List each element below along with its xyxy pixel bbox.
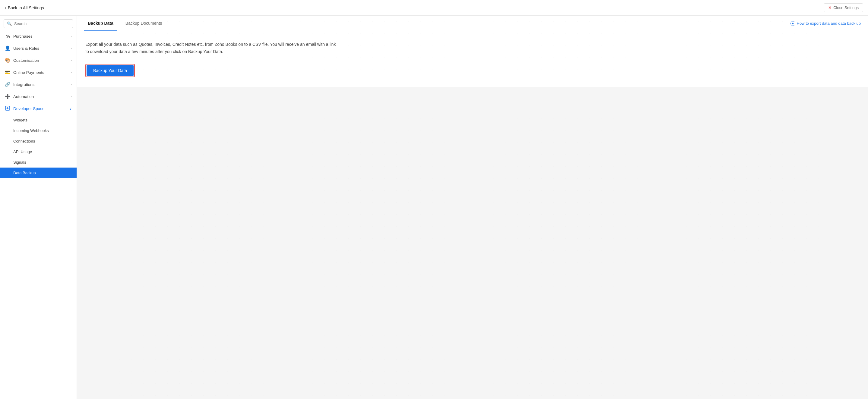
sidebar-item-purchases[interactable]: 🛍 Purchases › [0,30,76,42]
developer-space-icon [5,106,10,111]
developer-space-chevron-icon: ∨ [69,107,72,110]
close-x-icon: ✕ [828,5,832,10]
sidebar-item-integrations-label: Integrations [13,82,35,87]
back-to-settings-link[interactable]: ‹ Back to All Settings [5,5,44,10]
sidebar-sub-item-incoming-webhooks[interactable]: Incoming Webhooks [0,125,76,136]
backup-your-data-button[interactable]: Backup Your Data [87,65,134,76]
content-area: Export all your data such as Quotes, Inv… [77,31,348,87]
sidebar-item-integrations[interactable]: 🔗 Integrations › [0,78,76,91]
help-link-label: How to export data and data back up [797,21,861,26]
search-input[interactable] [14,22,70,26]
description-text: Export all your data such as Quotes, Inv… [85,41,340,56]
main-content: Backup Data Backup Documents ▶ How to ex… [77,16,868,87]
purchases-chevron-icon: › [70,35,72,38]
sidebar-item-users-roles-label: Users & Roles [13,46,39,51]
customisation-chevron-icon: › [70,59,72,62]
customisation-icon: 🎨 [5,58,10,63]
tab-backup-documents[interactable]: Backup Documents [122,16,165,31]
connections-label: Connections [13,139,35,143]
integrations-chevron-icon: › [70,82,72,86]
signals-label: Signals [13,160,26,165]
users-roles-icon: 👤 [5,45,10,51]
close-settings-button[interactable]: ✕ Close Settings [824,3,863,12]
tab-backup-data[interactable]: Backup Data [84,16,117,31]
search-input-wrap[interactable]: 🔍 [4,19,73,28]
online-payments-icon: 💳 [5,70,10,75]
play-icon: ▶ [790,21,795,26]
sidebar-item-online-payments[interactable]: 💳 Online Payments › [0,66,76,78]
automation-chevron-icon: › [70,95,72,98]
sidebar-item-developer-space[interactable]: Developer Space ∨ [0,102,76,115]
sidebar-item-developer-space-label: Developer Space [13,106,44,111]
purchases-icon: 🛍 [5,34,10,39]
backup-button-wrap: Backup Your Data [85,64,135,77]
tabs-bar: Backup Data Backup Documents ▶ How to ex… [77,16,868,31]
back-label: Back to All Settings [8,5,44,10]
tab-backup-data-label: Backup Data [88,21,114,26]
users-roles-chevron-icon: › [70,46,72,50]
top-bar: ‹ Back to All Settings ✕ Close Settings [0,0,868,16]
automation-icon: ➕ [5,94,10,99]
sidebar-item-online-payments-label: Online Payments [13,70,44,75]
api-usage-label: API Usage [13,149,32,154]
integrations-icon: 🔗 [5,82,10,87]
sidebar-item-purchases-label: Purchases [13,34,33,39]
search-icon: 🔍 [7,22,12,26]
sidebar-item-customisation-label: Customisation [13,58,39,63]
sidebar-sub-item-signals[interactable]: Signals [0,157,76,168]
incoming-webhooks-label: Incoming Webhooks [13,128,49,133]
widgets-label: Widgets [13,118,27,122]
search-box: 🔍 [0,16,76,30]
tab-backup-documents-label: Backup Documents [125,21,162,26]
layout: 🔍 🛍 Purchases › 👤 Users & Roles › 🎨 C [0,16,868,399]
sidebar-item-automation[interactable]: ➕ Automation › [0,91,76,102]
online-payments-chevron-icon: › [70,70,72,74]
back-chevron-icon: ‹ [5,6,6,10]
help-link[interactable]: ▶ How to export data and data back up [790,21,861,26]
sidebar-item-customisation[interactable]: 🎨 Customisation › [0,54,76,66]
close-settings-label: Close Settings [833,5,859,10]
sidebar-item-automation-label: Automation [13,94,34,99]
sidebar: 🔍 🛍 Purchases › 👤 Users & Roles › 🎨 C [0,16,77,399]
sidebar-sub-item-data-backup[interactable]: Data Backup [0,168,76,178]
main-wrapper: Backup Data Backup Documents ▶ How to ex… [77,16,868,399]
sidebar-sub-item-connections[interactable]: Connections [0,136,76,146]
sidebar-sub-item-widgets[interactable]: Widgets [0,115,76,125]
sidebar-sub-item-api-usage[interactable]: API Usage [0,146,76,157]
data-backup-label: Data Backup [13,171,36,175]
sidebar-item-users-roles[interactable]: 👤 Users & Roles › [0,42,76,54]
